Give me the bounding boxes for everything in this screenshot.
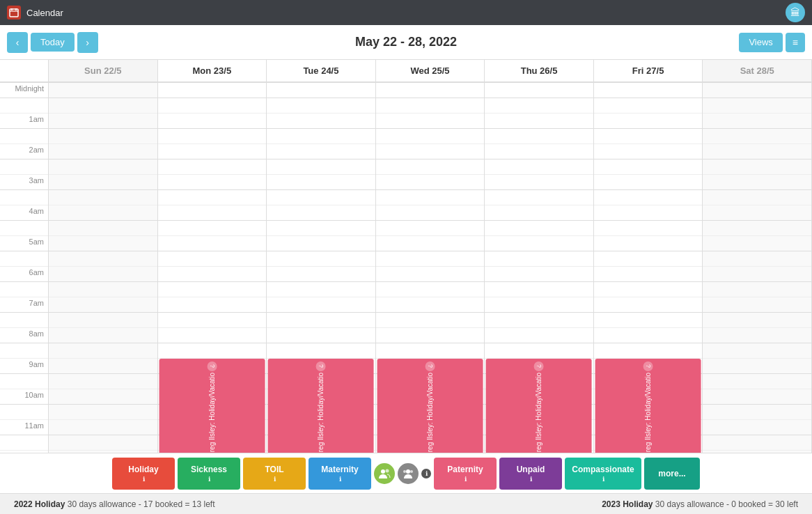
event-info-icon: ? (534, 361, 544, 371)
legend-holiday[interactable]: Holiday ℹ (112, 458, 175, 490)
hour-row (158, 251, 267, 267)
status-left: 2022 Holiday 30 days allowance - 17 book… (14, 499, 215, 509)
day-column-3: Greg Ilsley: Holiday/Vacatio?S...? (376, 83, 485, 453)
time-slot (0, 405, 48, 420)
status-right-text: 30 days allowance - 0 booked = 30 left (655, 499, 798, 509)
hour-row (376, 251, 485, 267)
calendar-event[interactable]: Greg Ilsley: Holiday/Vacatio? (268, 359, 374, 453)
hour-row (594, 236, 703, 251)
time-slot: 8am (0, 328, 48, 343)
hour-row (158, 221, 267, 236)
next-button[interactable]: › (77, 32, 98, 53)
hour-row (703, 236, 811, 251)
people-icon[interactable] (374, 463, 395, 484)
hour-row (594, 175, 703, 190)
hour-row (267, 343, 375, 359)
hour-row (376, 175, 485, 190)
hour-row (485, 343, 593, 359)
status-left-text: 30 days allowance - 17 booked = 13 left (68, 499, 215, 509)
hour-row (158, 328, 267, 343)
time-slot (0, 221, 48, 236)
hour-row (376, 98, 485, 114)
views-button[interactable]: Views (739, 33, 782, 52)
hour-row (158, 313, 267, 328)
hour-row (49, 328, 157, 343)
hour-row (703, 451, 811, 453)
time-slot: Midnight (0, 83, 48, 98)
legend-maternity[interactable]: Maternity ℹ (309, 458, 371, 490)
hour-row (594, 328, 703, 343)
hour-row (158, 144, 267, 159)
calendar-event[interactable]: Greg Ilsley: Holiday/Vacatio? (486, 359, 592, 453)
calendar-event[interactable]: Greg Ilsley: Holiday/Vacatio? (595, 359, 701, 453)
hour-row (594, 190, 703, 205)
hour-row (267, 114, 375, 129)
prev-button[interactable]: ‹ (7, 32, 28, 53)
hour-row (49, 282, 157, 297)
legend-sickness[interactable]: Sickness ℹ (178, 458, 240, 490)
hour-row (376, 343, 485, 359)
time-slot (0, 98, 48, 114)
hour-row (267, 83, 375, 98)
time-slot (0, 282, 48, 297)
svg-rect-0 (10, 9, 18, 17)
svg-point-8 (410, 470, 413, 473)
hour-row (594, 129, 703, 144)
legend-bar: Holiday ℹ Sickness ℹ TOIL ℹ Maternity ℹ (0, 453, 812, 493)
day-header-mon: Mon 23/5 (158, 60, 267, 81)
hour-row (49, 175, 157, 190)
hour-row (49, 267, 157, 282)
hour-row (703, 159, 811, 175)
hour-row (703, 389, 811, 405)
hour-row (703, 405, 811, 420)
hour-row (376, 144, 485, 159)
status-bar: 2022 Holiday 30 days allowance - 17 book… (0, 493, 812, 514)
group-icon[interactable] (398, 463, 419, 484)
hour-row (376, 221, 485, 236)
calendar-event[interactable]: Greg Ilsley: Holiday/Vacatio? (159, 359, 265, 453)
calendar-event[interactable]: Greg Ilsley: Holiday/Vacatio? (377, 359, 483, 453)
hour-row (703, 328, 811, 343)
hour-row (376, 297, 485, 313)
hour-row (49, 129, 157, 144)
day-column-2: Greg Ilsley: Holiday/Vacatio? (267, 83, 376, 453)
hour-row (703, 313, 811, 328)
svg-point-5 (386, 469, 389, 472)
hour-row (594, 313, 703, 328)
hour-row (158, 267, 267, 282)
hour-row (485, 98, 593, 114)
legend-compassionate[interactable]: Compassionate ℹ (565, 458, 641, 490)
day-header-sun: Sun 22/5 (49, 60, 158, 81)
hour-row (485, 175, 593, 190)
hour-row (703, 98, 811, 114)
hour-row (703, 251, 811, 267)
hour-row (158, 205, 267, 221)
info-icon[interactable]: ℹ (421, 469, 431, 478)
menu-button[interactable]: ≡ (786, 33, 805, 52)
day-header-tue: Tue 24/5 (267, 60, 376, 81)
today-button[interactable]: Today (31, 33, 75, 52)
hour-row (703, 221, 811, 236)
hour-row (267, 236, 375, 251)
hour-row (267, 159, 375, 175)
legend-more[interactable]: more... (644, 458, 700, 490)
hour-row (594, 98, 703, 114)
hour-row (49, 359, 157, 374)
hour-row (485, 297, 593, 313)
time-slot: 9am (0, 359, 48, 374)
hour-row (267, 205, 375, 221)
day-header-sat: Sat 28/5 (703, 60, 812, 81)
hour-row (158, 175, 267, 190)
time-slot: 5am (0, 236, 48, 251)
hour-row (49, 144, 157, 159)
hour-row (49, 389, 157, 405)
legend-unpaid[interactable]: Unpaid ℹ (499, 458, 562, 490)
legend-toil[interactable]: TOIL ℹ (243, 458, 306, 490)
hour-row (703, 435, 811, 451)
hour-row (485, 267, 593, 282)
legend-icon-group: ℹ (374, 463, 431, 484)
hour-row (49, 236, 157, 251)
hour-row (158, 297, 267, 313)
time-slot: 7am (0, 297, 48, 313)
legend-paternity[interactable]: Paternity ℹ (434, 458, 497, 490)
